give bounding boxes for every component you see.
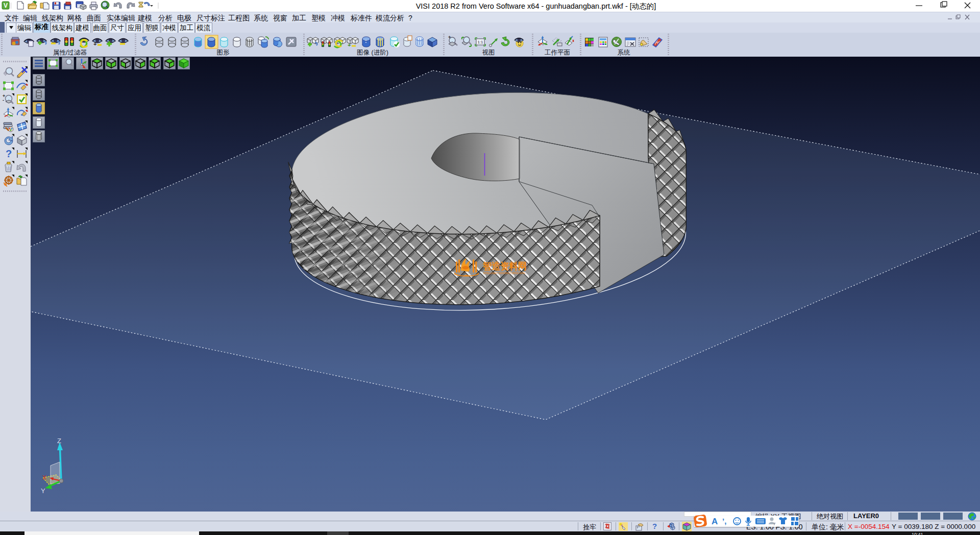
- svg-text:Z: Z: [57, 437, 61, 445]
- svg-text:+: +: [93, 41, 96, 47]
- svg-text:7: 7: [773, 522, 776, 526]
- svg-text:+: +: [448, 35, 451, 40]
- svg-text:V: V: [4, 2, 8, 9]
- svg-text:INTELLIGENT MANUFACTURING DATA: INTELLIGENT MANUFACTURING DATA: [483, 272, 525, 275]
- svg-text:Y: Y: [41, 487, 45, 495]
- svg-text:-: -: [3, 98, 4, 103]
- svg-text:1:1: 1:1: [477, 40, 483, 44]
- svg-text:A: A: [712, 517, 718, 526]
- svg-text:’,: ’,: [722, 517, 726, 525]
- svg-text:智造资料网: 智造资料网: [482, 261, 527, 272]
- svg-text:X: X: [42, 474, 46, 481]
- svg-text:+: +: [348, 42, 351, 48]
- svg-text:?: ?: [6, 148, 12, 159]
